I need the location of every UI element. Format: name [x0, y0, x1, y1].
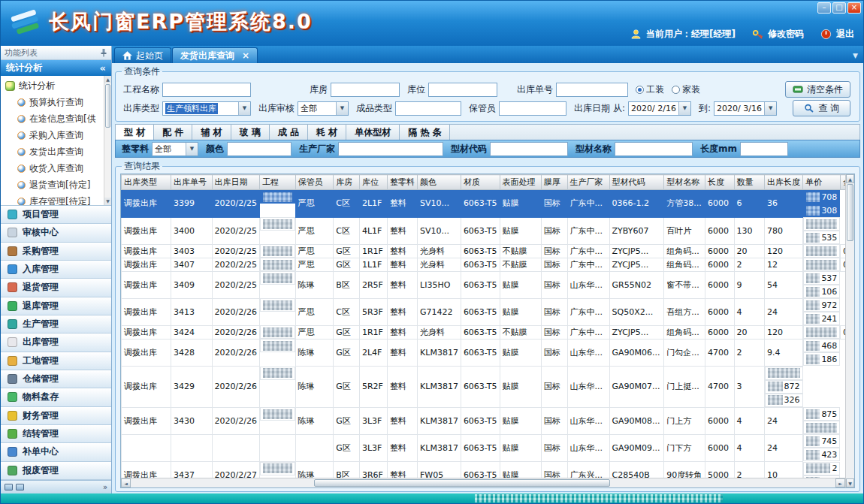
- panel-icon[interactable]: [16, 484, 24, 490]
- tab-home[interactable]: 起始页: [114, 47, 171, 63]
- table-row[interactable]: 调拨出库34092020/2/25陈琳B区2R5F整料LI35HO6063-T5…: [122, 271, 854, 298]
- column-header[interactable]: 工程: [259, 175, 295, 190]
- whole-scrap-combo[interactable]: 全部 ▼: [152, 142, 198, 156]
- table-row[interactable]: G区3L3F整料KLM38176063-T5贴膜国标山东华...GA90M09.…: [122, 434, 854, 461]
- scroll-down-icon[interactable]: ▼: [846, 478, 854, 487]
- table-row[interactable]: 调拨出库34072020/2/25严思G区1L1F整料光身料6063-T5不贴膜…: [122, 258, 854, 271]
- radio-gongzhuang[interactable]: 工装: [636, 83, 664, 96]
- clear-conditions-button[interactable]: 清空条件: [785, 81, 850, 98]
- column-header[interactable]: 型材代码: [609, 175, 664, 190]
- chevron-down-icon[interactable]: ▼: [186, 143, 198, 155]
- material-tab-6[interactable]: 单体型材: [346, 125, 400, 140]
- scroll-up-icon[interactable]: ▲: [846, 174, 854, 183]
- column-header[interactable]: 库位: [359, 175, 387, 190]
- order-no-input[interactable]: [556, 83, 628, 97]
- length-input[interactable]: [740, 142, 788, 156]
- chevron-down-icon[interactable]: ▼: [764, 102, 776, 115]
- tree-item[interactable]: 库存管理[待定]: [5, 193, 104, 205]
- chevron-down-icon[interactable]: ▼: [678, 102, 690, 115]
- tree-item[interactable]: 在途信息查询[供: [5, 110, 104, 127]
- tab-list-caret-icon[interactable]: ▼: [853, 52, 858, 59]
- table-row[interactable]: 调拨出库33992020/2/25严思C区2L1F整料SV10...6063-T…: [122, 190, 854, 218]
- sidebar-item-outbound[interactable]: 出库管理: [1, 333, 111, 352]
- column-header[interactable]: 颜色: [418, 175, 461, 190]
- sidebar-section-statistics[interactable]: 统计分析 «: [1, 60, 111, 76]
- warehouse-input[interactable]: [331, 83, 400, 97]
- sidebar-item-warehouse[interactable]: 仓储管理: [1, 370, 111, 388]
- sidebar-item-inbound[interactable]: 入库管理: [1, 261, 111, 279]
- sidebar-item-purchase[interactable]: 采购管理: [1, 243, 111, 261]
- search-button[interactable]: 查 询: [793, 100, 850, 116]
- material-tab-4[interactable]: 成 品: [270, 125, 308, 140]
- material-tab-7[interactable]: 隔 热 条: [400, 125, 450, 140]
- tree-root-statistics[interactable]: 统计分析: [5, 78, 104, 94]
- material-tab-2[interactable]: 辅 材: [192, 125, 231, 140]
- vertical-scrollbar[interactable]: ▲ ▼: [845, 174, 854, 487]
- monitor-icon[interactable]: [5, 484, 13, 490]
- sidebar-item-site[interactable]: 工地管理: [1, 352, 111, 370]
- project-name-input[interactable]: [162, 83, 251, 97]
- sidebar-item-audit[interactable]: 审核中心: [1, 224, 111, 242]
- scroll-right-icon[interactable]: ►: [835, 478, 845, 487]
- column-header[interactable]: 型材名称: [664, 175, 705, 190]
- column-header[interactable]: 出库长度: [765, 175, 803, 190]
- sidebar-item-return-store[interactable]: 退库管理: [1, 297, 111, 315]
- profile-code-input[interactable]: [490, 142, 568, 156]
- column-header[interactable]: 生产厂家: [567, 175, 609, 190]
- tab-close-icon[interactable]: ×: [242, 50, 249, 61]
- column-header[interactable]: 膜厚: [541, 175, 567, 190]
- tree-item[interactable]: 采购入库查询: [5, 127, 104, 143]
- scroll-down-icon[interactable]: ▼: [104, 198, 111, 205]
- tree-scrollbar[interactable]: ▲ ▼: [104, 76, 111, 205]
- outbound-audit-combo[interactable]: 全部 ▼: [298, 101, 349, 116]
- column-header[interactable]: 数量: [734, 175, 764, 190]
- material-tab-1[interactable]: 配 件: [154, 125, 192, 140]
- table-row[interactable]: 调拨出库34002020/2/25严思C区4L1F整料SV10...6063-T…: [122, 217, 854, 244]
- scroll-thumb[interactable]: [847, 184, 853, 241]
- maximize-button[interactable]: □: [832, 2, 846, 14]
- sidebar-item-supplement[interactable]: 补单中心: [1, 443, 111, 461]
- tree-item[interactable]: 退货查询[待定]: [5, 177, 104, 193]
- sidebar-item-scrap[interactable]: 报废管理: [1, 462, 111, 480]
- material-tab-3[interactable]: 玻 璃: [231, 125, 270, 140]
- column-header[interactable]: 表面处理: [500, 175, 541, 190]
- scroll-up-icon[interactable]: ▲: [104, 76, 111, 83]
- change-password-link[interactable]: 修改密码: [768, 28, 804, 41]
- logout-link[interactable]: 退出: [836, 28, 854, 41]
- location-input[interactable]: [428, 83, 497, 97]
- product-type-input[interactable]: [395, 101, 461, 116]
- radio-jiazhuang[interactable]: 家装: [672, 83, 700, 96]
- scroll-left-icon[interactable]: ◄: [121, 478, 131, 487]
- column-header[interactable]: 材质: [461, 175, 500, 190]
- sidebar-item-project[interactable]: 项目管理: [1, 206, 111, 224]
- manufacturer-input[interactable]: [338, 142, 443, 156]
- tab-shipping-outbound-query[interactable]: 发货出库查询 ×: [172, 47, 258, 63]
- pin-icon[interactable]: [100, 48, 107, 57]
- sidebar-item-inventory[interactable]: 物料盘存: [1, 388, 111, 406]
- table-row[interactable]: 调拨出库34292020/2/26陈琳G区5R2F整料KLM38176063-T…: [122, 366, 854, 407]
- column-header[interactable]: 出库类型: [122, 175, 171, 190]
- material-tab-0[interactable]: 型 材: [116, 125, 154, 140]
- tree-item[interactable]: 收货入库查询: [5, 160, 104, 177]
- column-header[interactable]: 单价: [803, 175, 841, 190]
- outbound-type-combo[interactable]: 生产领料出库 ▼: [162, 101, 251, 116]
- column-header[interactable]: 库房: [334, 175, 360, 190]
- more-panels-button[interactable]: »: [103, 483, 107, 491]
- sidebar-item-finance[interactable]: 财务管理: [1, 407, 111, 425]
- collapse-icon[interactable]: «: [100, 62, 106, 74]
- material-tab-5[interactable]: 耗 材: [308, 125, 346, 140]
- table-row[interactable]: 调拨出库34282020/2/26陈琳G区2L4F整料KLM38176063-T…: [122, 339, 854, 366]
- table-row[interactable]: 调拨出库34132020/2/26严思C区5R3F整料G714226063-T5…: [122, 298, 854, 325]
- column-header[interactable]: 整零料: [388, 175, 418, 190]
- tree-item[interactable]: 预算执行查询: [5, 94, 104, 110]
- date-to-picker[interactable]: 2020/ 3/16 ▼: [714, 101, 777, 116]
- close-button[interactable]: ×: [847, 2, 861, 14]
- sidebar-item-production[interactable]: 生产管理: [1, 315, 111, 333]
- sidebar-item-return-goods[interactable]: 退货管理: [1, 279, 111, 297]
- column-header[interactable]: 保管员: [295, 175, 334, 190]
- scroll-thumb[interactable]: [314, 479, 610, 487]
- column-header[interactable]: 长度: [705, 175, 735, 190]
- color-input[interactable]: [227, 142, 292, 156]
- table-row[interactable]: 调拨出库34302020/2/26陈琳G区3L3F整料KLM38176063-T…: [122, 407, 854, 434]
- minimize-button[interactable]: –: [817, 2, 831, 14]
